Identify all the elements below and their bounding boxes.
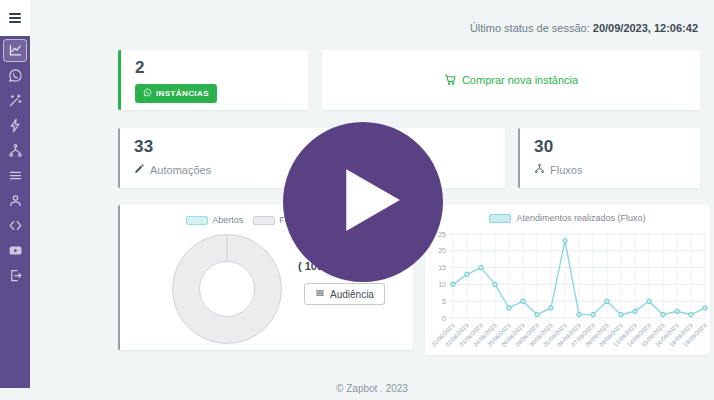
list-icon: [315, 288, 325, 300]
line-series-label: Atendimentos realizados (Fluxo): [516, 213, 645, 223]
svg-text:20: 20: [438, 247, 446, 254]
sidebar-item-lists[interactable]: [3, 164, 27, 187]
session-status: Último status de sessão: 20/09/2023, 12:…: [470, 22, 698, 34]
sidebar-item-wizard[interactable]: [3, 89, 27, 112]
line-series-swatch: [489, 214, 511, 223]
flows-count: 30: [534, 137, 686, 157]
sidebar-item-contacts[interactable]: [3, 189, 27, 212]
list-icon: [8, 168, 23, 183]
session-status-value: 20/09/2023, 12:06:42: [593, 22, 698, 34]
buy-instance-link[interactable]: Comprar nova instância: [444, 73, 578, 88]
legend-item-abertos[interactable]: Abertos: [186, 215, 243, 225]
logout-icon: [8, 268, 23, 283]
footer-copyright: © Zapbot . 2023: [30, 383, 714, 394]
buy-instance-label: Comprar nova instância: [462, 74, 578, 86]
user-icon: [8, 193, 23, 208]
line-chart-card: Atendimentos realizados (Fluxo) 05101520…: [425, 205, 710, 355]
sidebar-item-developer[interactable]: [3, 214, 27, 237]
flows-label: Fluxos: [550, 164, 582, 176]
instances-button-label: INSTÂNCIAS: [156, 89, 209, 98]
branch-icon: [534, 163, 545, 176]
pencil-icon: [134, 163, 145, 176]
line-chart-legend[interactable]: Atendimentos realizados (Fluxo): [429, 210, 706, 226]
sidebar-item-videos[interactable]: [3, 239, 27, 262]
svg-text:15: 15: [438, 264, 446, 271]
sidebar: [0, 36, 30, 388]
donut-chart: [171, 233, 283, 345]
sidebar-item-flows[interactable]: [3, 139, 27, 162]
youtube-icon: [8, 243, 23, 258]
flows-card: 30 Fluxos: [518, 128, 700, 188]
chart-line-icon: [8, 43, 23, 58]
sidebar-item-dashboard[interactable]: [3, 39, 27, 62]
instances-button[interactable]: INSTÂNCIAS: [135, 84, 217, 103]
whatsapp-icon: [8, 68, 23, 83]
play-icon: [318, 161, 408, 243]
automations-label: Automações: [150, 164, 211, 176]
svg-text:5: 5: [442, 298, 446, 305]
hamburger-icon: [9, 11, 21, 25]
abertos-label: Abertos: [212, 215, 243, 225]
buy-instance-card: Comprar nova instância: [322, 50, 700, 110]
sidebar-item-automations[interactable]: [3, 114, 27, 137]
audience-button-label: Audiência: [330, 289, 374, 300]
code-icon: [8, 218, 23, 233]
lightning-icon: [8, 118, 23, 133]
line-chart: 051015202521/08/202322/08/202323/08/2023…: [429, 226, 710, 358]
abertos-swatch: [186, 216, 208, 225]
sidebar-toggle-button[interactable]: [0, 0, 30, 36]
instances-card: 2 INSTÂNCIAS: [118, 50, 308, 110]
whatsapp-icon: [143, 88, 152, 99]
audience-button[interactable]: Audiência: [304, 283, 385, 305]
branch-icon: [8, 143, 23, 158]
svg-text:25: 25: [438, 231, 446, 238]
fechados-swatch: [253, 216, 275, 225]
magic-wand-icon: [8, 93, 23, 108]
sidebar-item-whatsapp[interactable]: [3, 64, 27, 87]
sidebar-item-logout[interactable]: [3, 264, 27, 287]
svg-text:0: 0: [442, 315, 446, 322]
cart-icon: [444, 73, 457, 88]
video-play-button[interactable]: [283, 122, 443, 282]
session-status-label: Último status de sessão:: [470, 22, 590, 34]
svg-text:10: 10: [438, 281, 446, 288]
instances-count: 2: [135, 58, 294, 78]
